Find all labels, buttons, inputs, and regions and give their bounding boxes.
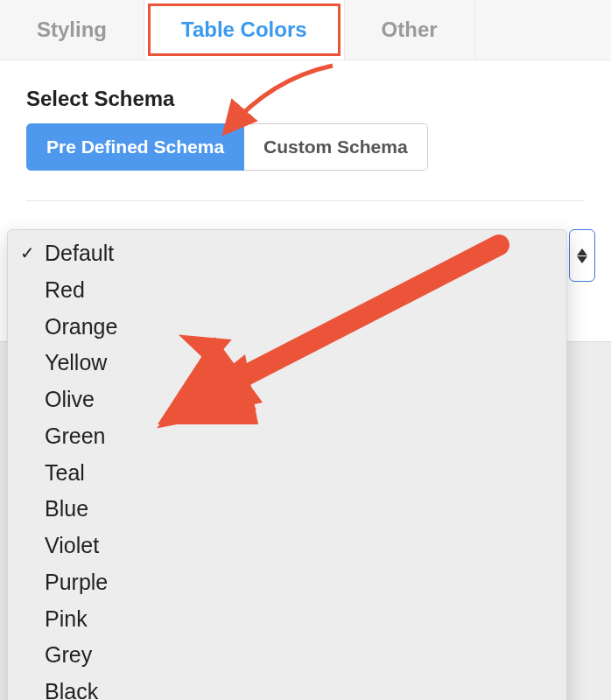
- dropdown-item-default[interactable]: ✓ Default: [8, 235, 566, 272]
- divider: [26, 200, 585, 201]
- toggle-label: Pre Defined Schema: [46, 136, 224, 157]
- predefined-schema-button[interactable]: Pre Defined Schema: [26, 123, 244, 171]
- dropdown-item-label: Orange: [45, 312, 554, 342]
- dropdown-item-label: Default: [45, 239, 554, 269]
- dropdown-item-label: Pink: [45, 605, 554, 634]
- dropdown-item-label: Blue: [45, 494, 554, 524]
- tab-content: Select Schema Pre Defined Schema Custom …: [0, 60, 611, 201]
- tab-label: Other: [382, 18, 438, 41]
- dropdown-item-label: Green: [45, 422, 554, 452]
- select-updown-icon: [577, 248, 587, 263]
- dropdown-item-red[interactable]: Red: [8, 272, 566, 309]
- tab-label: Table Colors: [181, 18, 307, 41]
- dropdown-item-black[interactable]: Black: [8, 674, 566, 700]
- dropdown-item-label: Grey: [45, 640, 554, 670]
- dropdown-item-purple[interactable]: Purple: [8, 564, 566, 601]
- tabs-bar: Styling Table Colors Other: [0, 0, 611, 60]
- dropdown-item-label: Yellow: [45, 348, 554, 378]
- dropdown-item-grey[interactable]: Grey: [8, 637, 566, 674]
- dropdown-item-label: Teal: [45, 458, 554, 488]
- dropdown-item-pink[interactable]: Pink: [8, 601, 566, 638]
- dropdown-item-blue[interactable]: Blue: [8, 491, 566, 528]
- svg-marker-1: [577, 256, 587, 263]
- toggle-label: Custom Schema: [263, 136, 408, 157]
- color-select-control[interactable]: [569, 229, 595, 282]
- dropdown-item-teal[interactable]: Teal: [8, 455, 566, 492]
- schema-toggle-group: Pre Defined Schema Custom Schema: [26, 123, 428, 171]
- color-dropdown-menu: ✓ Default Red Orange Yellow Olive Green …: [7, 229, 567, 700]
- dropdown-item-violet[interactable]: Violet: [8, 528, 566, 564]
- custom-schema-button[interactable]: Custom Schema: [244, 123, 428, 171]
- dropdown-item-label: Red: [45, 276, 554, 305]
- check-icon: ✓: [20, 242, 45, 265]
- dropdown-item-label: Purple: [45, 568, 554, 598]
- dropdown-item-olive[interactable]: Olive: [8, 382, 566, 418]
- dropdown-item-label: Black: [45, 677, 554, 700]
- dropdown-item-green[interactable]: Green: [8, 418, 566, 455]
- dropdown-item-yellow[interactable]: Yellow: [8, 345, 566, 382]
- tab-styling[interactable]: Styling: [0, 0, 144, 60]
- tab-label: Styling: [37, 18, 107, 41]
- dropdown-item-orange[interactable]: Orange: [8, 309, 566, 346]
- svg-marker-0: [577, 248, 587, 256]
- tab-other[interactable]: Other: [345, 0, 475, 60]
- tab-table-colors[interactable]: Table Colors: [144, 0, 345, 60]
- dropdown-item-label: Olive: [45, 385, 554, 415]
- dropdown-item-label: Violet: [45, 531, 554, 561]
- section-label: Select Schema: [26, 87, 585, 111]
